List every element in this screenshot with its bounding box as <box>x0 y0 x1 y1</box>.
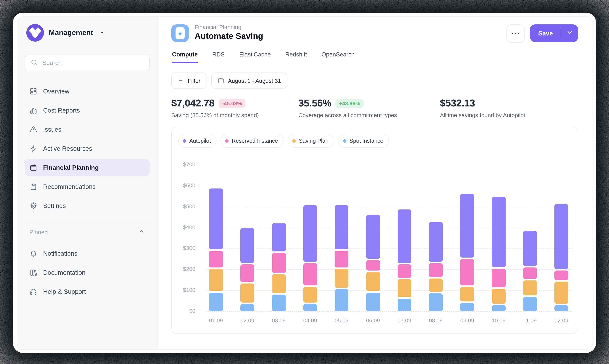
bar-segment-autopilot[interactable] <box>209 188 223 249</box>
bar-segment-saving-plan[interactable] <box>303 287 317 302</box>
page-star-icon: ★ <box>171 25 189 42</box>
sidebar-item-documentation[interactable]: Documentation <box>25 264 150 281</box>
bar-segment-saving-plan[interactable] <box>366 272 380 291</box>
bar-segment-saving-plan[interactable] <box>555 282 568 303</box>
bar-segment-saving-plan[interactable] <box>209 269 223 291</box>
bar-segment-spot-instance[interactable] <box>460 303 474 311</box>
bar-segment-autopilot[interactable] <box>241 228 254 263</box>
bar-segment-saving-plan[interactable] <box>335 269 348 288</box>
bar-segment-spot-instance[interactable] <box>335 289 348 311</box>
tab-compute[interactable]: Compute <box>171 47 198 63</box>
y-axis-tick: $0 <box>172 308 195 314</box>
bar-segment-reserved-instance[interactable] <box>398 264 411 278</box>
x-axis-tick: 02.09 <box>240 317 254 324</box>
bar-segment-reserved-instance[interactable] <box>303 263 317 285</box>
date-range-button[interactable]: August 1 - August 31 <box>212 73 287 89</box>
main-content: ★ Financial Planning Automate Saving Sav… <box>158 17 593 350</box>
bar-segment-saving-plan[interactable] <box>523 280 537 295</box>
x-axis-tick: 05.09 <box>335 317 349 324</box>
sidebar-item-label: Financial Planning <box>43 164 99 171</box>
stat-change-badge: +43.99% <box>336 99 364 108</box>
sidebar-item-settings[interactable]: Settings <box>25 197 150 214</box>
bar-segment-reserved-instance[interactable] <box>335 251 348 267</box>
sidebar-item-issues[interactable]: Issues <box>25 121 150 138</box>
tab-redshift[interactable]: Redshift <box>285 47 308 63</box>
sidebar-item-recommendations[interactable]: Recommendations <box>25 178 150 195</box>
bar-segment-saving-plan[interactable] <box>429 278 443 292</box>
bar-segment-spot-instance[interactable] <box>429 294 443 311</box>
bar-segment-saving-plan[interactable] <box>241 284 254 303</box>
sidebar-item-help-support[interactable]: Help & Support <box>25 283 150 300</box>
x-axis-tick: 06.09 <box>366 317 380 324</box>
bar-segment-reserved-instance[interactable] <box>209 251 223 267</box>
sidebar-item-cost-reports[interactable]: Cost Reports <box>25 102 150 119</box>
bar-segment-autopilot[interactable] <box>366 215 380 259</box>
bar-segment-autopilot[interactable] <box>303 205 317 262</box>
toolbar: Filter August 1 - August 31 <box>171 73 578 89</box>
bar-segment-autopilot[interactable] <box>335 205 348 249</box>
bar-segment-autopilot[interactable] <box>272 223 285 251</box>
gear-icon <box>29 202 37 210</box>
headphones-icon <box>29 287 37 296</box>
chevron-up-icon[interactable] <box>138 228 145 236</box>
y-axis-tick: $200 <box>172 266 195 272</box>
tab-rds[interactable]: RDS <box>211 47 225 63</box>
bar-segment-autopilot[interactable] <box>429 222 443 262</box>
bar-segment-reserved-instance[interactable] <box>492 269 505 287</box>
bar-segment-spot-instance[interactable] <box>492 305 505 311</box>
gridline <box>206 186 572 186</box>
stat-label: Coverage across all commitment types <box>298 112 440 118</box>
tab-elasticache[interactable]: ElastiCache <box>238 47 272 63</box>
bar-segment-reserved-instance[interactable] <box>523 267 537 279</box>
search-box[interactable] <box>25 54 150 71</box>
bar-segment-spot-instance[interactable] <box>272 295 285 311</box>
tab-opensearch[interactable]: OpenSearch <box>321 47 355 63</box>
x-axis-tick: 03.09 <box>272 317 286 324</box>
bar-segment-reserved-instance[interactable] <box>555 271 568 280</box>
bar-segment-autopilot[interactable] <box>523 231 537 266</box>
bar-segment-autopilot[interactable] <box>460 194 474 258</box>
sidebar-item-notifications[interactable]: Notifications <box>25 245 150 262</box>
tab-bar: ComputeRDSElastiCacheRedshiftOpenSearch <box>158 47 593 63</box>
bar-segment-autopilot[interactable] <box>555 204 568 269</box>
stat-card-3: $532.13 Alltime savings found by Autopil… <box>440 97 525 118</box>
brand-logo-icon <box>26 24 44 42</box>
bar-segment-saving-plan[interactable] <box>398 279 411 297</box>
stat-label: Alltime savings found by Autopilot <box>440 112 525 118</box>
y-axis-tick: $400 <box>172 224 195 230</box>
stat-value: $7,042.78 <box>171 97 214 109</box>
bar-segment-reserved-instance[interactable] <box>272 253 285 273</box>
bar-segment-autopilot[interactable] <box>492 197 505 267</box>
sidebar-item-financial-planning[interactable]: Financial Planning <box>25 159 150 176</box>
bar-segment-spot-instance[interactable] <box>209 292 223 311</box>
bar-segment-reserved-instance[interactable] <box>241 264 254 282</box>
save-button[interactable]: Save <box>530 25 578 42</box>
bar-segment-spot-instance[interactable] <box>523 297 537 311</box>
sidebar-item-label: Help & Support <box>43 288 86 295</box>
bar-segment-spot-instance[interactable] <box>555 305 568 311</box>
save-button-label[interactable]: Save <box>530 25 561 42</box>
bar-segment-spot-instance[interactable] <box>241 304 254 311</box>
stats-row: $7,042.78 -45.03% Saving (35.56% of mont… <box>171 97 578 118</box>
stat-change-badge: -45.03% <box>219 99 245 108</box>
search-input[interactable] <box>42 59 144 67</box>
bar-segment-saving-plan[interactable] <box>492 289 505 303</box>
more-button[interactable] <box>506 25 525 43</box>
x-axis-tick: 04.09 <box>303 317 317 324</box>
bar-segment-reserved-instance[interactable] <box>460 259 474 285</box>
calendar-icon <box>218 77 225 84</box>
filter-button[interactable]: Filter <box>171 73 207 89</box>
bar-segment-autopilot[interactable] <box>398 209 411 263</box>
bar-segment-saving-plan[interactable] <box>272 274 285 293</box>
bar-segment-spot-instance[interactable] <box>366 292 380 311</box>
sidebar-item-active-resources[interactable]: Active Resources <box>25 140 150 157</box>
workspace-switcher[interactable]: Management <box>17 17 157 49</box>
save-dropdown-button[interactable] <box>561 25 578 42</box>
bar-segment-spot-instance[interactable] <box>398 299 411 311</box>
sidebar-item-overview[interactable]: Overview <box>25 83 150 100</box>
bar-segment-reserved-instance[interactable] <box>366 260 380 271</box>
bar-segment-spot-instance[interactable] <box>303 304 317 311</box>
y-axis-tick: $100 <box>172 287 195 293</box>
bar-segment-saving-plan[interactable] <box>460 287 474 301</box>
bar-segment-reserved-instance[interactable] <box>429 263 443 277</box>
